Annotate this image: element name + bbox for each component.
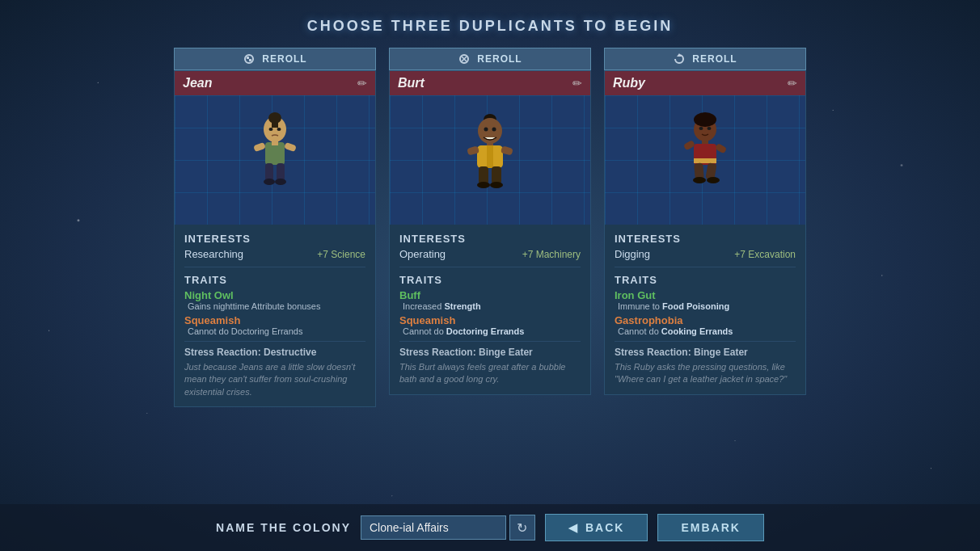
trait-buff-desc-ruby: Immune to Food Poisoning <box>615 301 796 311</box>
interests-label-jean: INTERESTS <box>184 233 365 245</box>
reroll-icon-ruby <box>673 53 686 65</box>
interest-bonus-jean: +7 Science <box>317 249 365 260</box>
divider-ruby <box>615 267 796 267</box>
svg-rect-40 <box>715 143 727 154</box>
colony-name-refresh-button[interactable]: ↻ <box>509 515 535 540</box>
duplicant-name-jean: Jean <box>183 76 212 90</box>
edit-icon-jean[interactable]: ✏ <box>357 77 367 90</box>
traits-label-burt: TRAITS <box>399 274 581 286</box>
trait-buff-jean: Night Owl <box>184 289 365 301</box>
svg-point-21 <box>492 128 496 132</box>
interest-bonus-ruby: +7 Excavation <box>734 249 796 260</box>
stress-reaction-ruby: Stress Reaction: Binge Eater <box>615 341 796 358</box>
svg-rect-12 <box>277 163 285 181</box>
svg-rect-24 <box>487 145 493 168</box>
svg-point-13 <box>264 179 275 185</box>
character-area-jean <box>175 95 375 225</box>
flavor-text-jean: Just because Jeans are a little slow doe… <box>184 361 365 398</box>
trait-debuff-desc-burt: Cannot do Doctoring Errands <box>399 326 581 336</box>
card-body-jean: Jean ✏ <box>174 70 376 407</box>
interest-row-burt: Operating +7 Machinery <box>399 248 581 260</box>
card-content-jean: INTERESTS Researching +7 Science TRAITS … <box>175 225 375 406</box>
traits-label-ruby: TRAITS <box>615 274 796 286</box>
flavor-text-ruby: This Ruby asks the pressing questions, l… <box>615 361 796 386</box>
character-sprite-burt <box>454 111 526 208</box>
flavor-text-burt: This Burt always feels great after a bub… <box>399 361 581 386</box>
svg-rect-8 <box>265 142 285 165</box>
card-header-ruby: Ruby ✏ <box>605 71 805 95</box>
svg-point-44 <box>707 177 720 183</box>
svg-rect-27 <box>479 166 488 184</box>
trait-buff-desc-jean: Gains nighttime Attribute bonuses <box>184 301 365 311</box>
colony-name-input[interactable] <box>361 515 506 540</box>
duplicant-name-ruby: Ruby <box>613 76 645 90</box>
svg-point-43 <box>693 177 706 183</box>
page-title: CHOOSE THREE DUPLICANTS TO BEGIN <box>0 0 980 48</box>
svg-point-35 <box>708 127 712 130</box>
bottom-bar: NAME THE COLONY ↻ ◀ BACK EMBARK <box>0 504 980 551</box>
character-area-burt <box>390 95 590 225</box>
interest-name-jean: Researching <box>184 248 243 260</box>
embark-button[interactable]: EMBARK <box>657 514 763 541</box>
svg-point-29 <box>477 182 490 188</box>
svg-rect-9 <box>253 142 266 152</box>
back-button[interactable]: ◀ BACK <box>545 514 648 541</box>
svg-rect-28 <box>492 166 501 184</box>
card-content-ruby: INTERESTS Digging +7 Excavation TRAITS I… <box>605 225 805 394</box>
reroll-icon-jean <box>243 53 256 65</box>
character-sprite-ruby <box>669 111 741 208</box>
card-jean: REROLL Jean ✏ <box>174 48 376 407</box>
cards-container: REROLL Jean ✏ <box>0 48 980 407</box>
divider-jean <box>184 267 365 267</box>
interests-label-burt: INTERESTS <box>399 233 581 245</box>
stress-reaction-jean: Stress Reaction: Destructive <box>184 341 365 358</box>
trait-debuff-desc-ruby: Cannot do Cooking Errands <box>615 326 796 336</box>
card-header-burt: Burt ✏ <box>390 71 590 95</box>
edit-icon-burt[interactable]: ✏ <box>572 77 582 90</box>
trait-buff-ruby: Iron Gut <box>615 289 796 301</box>
traits-label-jean: TRAITS <box>184 274 365 286</box>
reroll-button-ruby[interactable]: REROLL <box>604 48 806 70</box>
trait-buff-desc-burt: Increased Strength <box>399 301 581 311</box>
colony-input-wrapper: ↻ <box>361 515 535 540</box>
card-ruby: REROLL Ruby ✏ <box>604 48 806 407</box>
svg-point-33 <box>694 112 716 127</box>
card-burt: REROLL Burt ✏ <box>389 48 591 407</box>
svg-point-7 <box>277 128 281 131</box>
colony-name-label: NAME THE COLONY <box>216 521 351 534</box>
card-header-jean: Jean ✏ <box>175 71 375 95</box>
divider-burt <box>399 267 581 267</box>
svg-rect-11 <box>265 163 273 181</box>
trait-debuff-ruby: Gastrophobia <box>615 314 796 326</box>
trait-buff-burt: Buff <box>399 289 581 301</box>
svg-rect-10 <box>284 142 297 152</box>
svg-point-20 <box>484 128 488 132</box>
card-body-ruby: Ruby ✏ <box>604 70 806 395</box>
trait-debuff-burt: Squeamish <box>399 314 581 326</box>
card-body-burt: Burt ✏ <box>389 70 591 395</box>
reroll-button-burt[interactable]: REROLL <box>389 48 591 70</box>
svg-point-14 <box>275 179 286 185</box>
duplicant-name-burt: Burt <box>398 76 425 90</box>
reroll-button-jean[interactable]: REROLL <box>174 48 376 70</box>
interest-bonus-burt: +7 Machinery <box>522 249 581 260</box>
stress-reaction-burt: Stress Reaction: Binge Eater <box>399 341 581 358</box>
interest-row-ruby: Digging +7 Excavation <box>615 248 796 260</box>
character-sprite-jean <box>239 111 311 208</box>
back-arrow-icon: ◀ <box>568 521 579 534</box>
edit-icon-ruby[interactable]: ✏ <box>788 77 797 90</box>
trait-debuff-desc-jean: Cannot do Doctoring Errands <box>184 326 365 336</box>
interest-name-burt: Operating <box>399 248 446 260</box>
character-area-ruby <box>605 95 805 225</box>
svg-point-6 <box>269 128 273 131</box>
svg-rect-39 <box>683 140 695 150</box>
svg-point-34 <box>699 127 703 130</box>
svg-rect-5 <box>272 120 278 128</box>
svg-rect-2 <box>249 59 251 61</box>
svg-point-30 <box>490 182 503 188</box>
card-content-burt: INTERESTS Operating +7 Machinery TRAITS … <box>390 225 590 394</box>
trait-debuff-jean: Squeamish <box>184 314 365 326</box>
svg-rect-15 <box>272 141 278 145</box>
svg-rect-38 <box>694 158 716 163</box>
interest-name-ruby: Digging <box>615 248 650 260</box>
